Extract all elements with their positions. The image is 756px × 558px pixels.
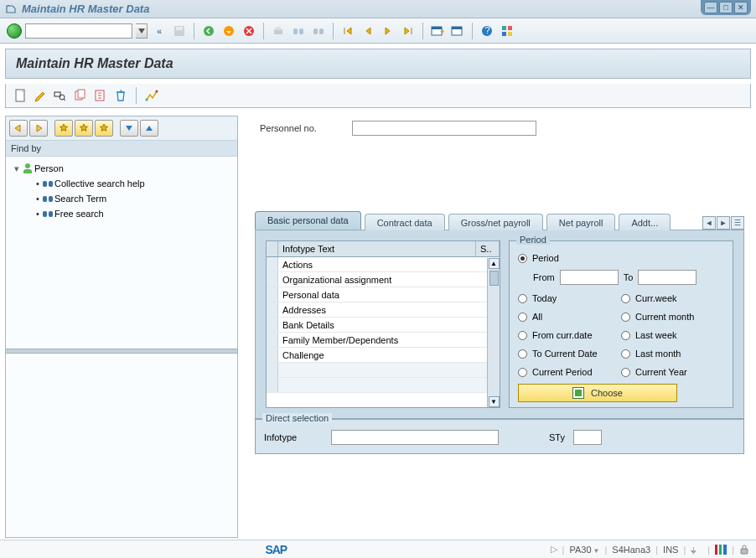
table-row[interactable]	[267, 378, 500, 393]
tab-contract[interactable]: Contract data	[365, 214, 445, 230]
col-status[interactable]: S..	[476, 241, 500, 256]
save-icon[interactable]	[171, 23, 188, 39]
col-infotype-text[interactable]: Infotype Text	[278, 241, 476, 256]
table-row[interactable]: Personal data	[267, 287, 500, 302]
personnel-no-input[interactable]	[352, 121, 536, 136]
help-icon[interactable]: ?	[479, 23, 495, 39]
table-row[interactable]: Challenge	[267, 348, 500, 363]
first-page-icon[interactable]	[339, 23, 356, 39]
delimit-icon[interactable]	[93, 88, 108, 103]
radio-last-week[interactable]: Last week	[621, 327, 724, 344]
new-session-icon[interactable]: +	[429, 23, 446, 39]
status-chart-icon[interactable]	[715, 545, 727, 555]
tab-additional[interactable]: Addt...	[619, 214, 671, 230]
radio-current-period[interactable]: Current Period	[518, 364, 621, 380]
find-next-icon[interactable]	[310, 23, 327, 39]
collapse-icon[interactable]: ▾	[13, 163, 21, 174]
back-icon[interactable]	[200, 23, 217, 39]
find-by-tree[interactable]: ▾ Person • Collective search help • Sear…	[6, 157, 237, 349]
svg-rect-17	[508, 32, 512, 36]
table-row[interactable]: Organizational assignment	[267, 272, 500, 287]
radio-last-month[interactable]: Last month	[621, 345, 724, 362]
tab-basic-personal[interactable]: Basic personal data	[255, 211, 361, 230]
cancel-icon[interactable]	[241, 23, 257, 39]
radio-icon[interactable]	[518, 254, 527, 263]
nav-back-icon[interactable]	[9, 120, 28, 137]
history-back-icon[interactable]: «	[151, 23, 168, 39]
last-page-icon[interactable]	[400, 23, 417, 39]
lock-icon[interactable]	[739, 545, 749, 555]
tab-list-icon[interactable]: ☰	[731, 216, 744, 230]
tab-scroll-left-icon[interactable]: ◄	[702, 216, 716, 230]
expand-all-icon[interactable]	[120, 120, 138, 137]
command-field[interactable]	[25, 23, 132, 39]
to-input[interactable]	[638, 270, 696, 285]
tab-scroll-right-icon[interactable]: ►	[717, 216, 730, 230]
find-icon[interactable]	[290, 23, 307, 39]
status-mode: INS	[663, 545, 678, 555]
radio-curr-month[interactable]: Current month	[621, 308, 724, 325]
table-row[interactable]: Bank Details	[267, 318, 500, 333]
tree-node-free-search[interactable]: • Free search	[9, 206, 234, 221]
radio-icon[interactable]	[518, 349, 527, 359]
from-input[interactable]	[560, 270, 619, 285]
copy-icon[interactable]	[73, 88, 88, 103]
tab-gross-net[interactable]: Gross/net payroll	[448, 214, 543, 230]
table-row[interactable]: Addresses	[267, 302, 500, 318]
shortcut-icon[interactable]	[449, 23, 466, 39]
radio-curr-week[interactable]: Curr.week	[621, 290, 724, 307]
fav-add-icon[interactable]	[54, 120, 73, 137]
radio-icon[interactable]	[621, 331, 630, 340]
radio-current-year[interactable]: Current Year	[621, 364, 724, 380]
radio-all[interactable]: All	[518, 308, 621, 325]
scroll-down-icon[interactable]: ▼	[489, 396, 500, 407]
create-icon[interactable]	[13, 88, 28, 103]
radio-from-curr-date[interactable]: From curr.date	[518, 327, 621, 344]
radio-period[interactable]: Period	[518, 250, 724, 266]
radio-icon[interactable]	[518, 294, 527, 303]
tab-net-payroll[interactable]: Net payroll	[546, 214, 616, 230]
change-icon[interactable]	[33, 88, 48, 103]
radio-icon[interactable]	[621, 349, 630, 359]
radio-to-current-date[interactable]: To Current Date	[518, 345, 621, 362]
close-button[interactable]: ✕	[734, 2, 748, 13]
fav-icon[interactable]	[75, 120, 93, 137]
status-expand-icon[interactable]: ▷	[551, 544, 557, 555]
table-row[interactable]	[267, 363, 500, 378]
radio-today[interactable]: Today	[518, 290, 621, 307]
layout-icon[interactable]	[499, 23, 515, 39]
radio-icon[interactable]	[518, 313, 527, 322]
scroll-thumb[interactable]	[489, 271, 499, 286]
overview-icon[interactable]	[144, 88, 159, 103]
table-row[interactable]: Family Member/Dependents	[267, 333, 500, 348]
radio-icon[interactable]	[621, 294, 630, 303]
print-icon[interactable]	[270, 23, 287, 39]
maximize-button[interactable]: □	[719, 2, 733, 13]
table-row[interactable]: Actions	[267, 257, 500, 272]
radio-icon[interactable]	[621, 368, 630, 377]
fav-del-icon[interactable]	[95, 120, 113, 137]
tree-node-person[interactable]: ▾ Person	[9, 161, 234, 176]
radio-icon[interactable]	[518, 331, 527, 340]
choose-button[interactable]: Choose	[518, 384, 677, 402]
scroll-up-icon[interactable]: ▲	[489, 258, 500, 269]
binoculars-icon	[41, 179, 54, 188]
nav-forward-icon[interactable]	[29, 120, 48, 137]
delete-icon[interactable]	[113, 88, 128, 103]
table-scrollbar[interactable]: ▲ ▼	[487, 258, 500, 407]
command-dropdown[interactable]	[136, 23, 148, 39]
enter-icon[interactable]	[7, 23, 22, 39]
minimize-button[interactable]: —	[704, 2, 717, 13]
radio-icon[interactable]	[621, 313, 630, 322]
exit-icon[interactable]	[220, 23, 237, 39]
radio-icon[interactable]	[518, 368, 527, 377]
sty-input[interactable]	[573, 430, 602, 445]
infotype-input[interactable]	[331, 430, 499, 445]
next-page-icon[interactable]	[380, 23, 396, 39]
prev-page-icon[interactable]	[360, 23, 376, 39]
status-tcode[interactable]: PA30▼	[569, 545, 599, 555]
tree-node-search-term[interactable]: • Search Term	[9, 191, 234, 206]
tree-node-collective-search[interactable]: • Collective search help	[9, 176, 234, 191]
display-icon[interactable]	[53, 88, 68, 103]
collapse-all-icon[interactable]	[140, 120, 158, 137]
